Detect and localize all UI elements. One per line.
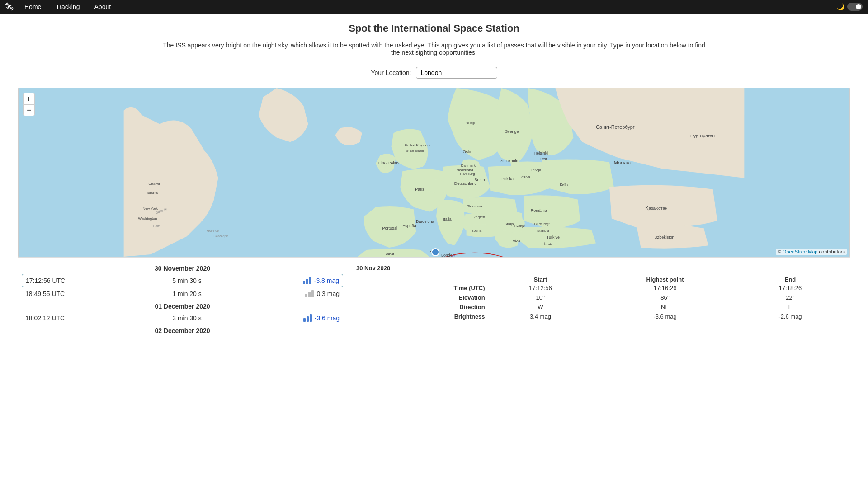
table-row: Direction W NE E (356, 302, 841, 312)
time-end: 17:18:26 (740, 285, 841, 293)
time-highest: 17:16:26 (590, 285, 740, 293)
osm-credit: © OpenStreetMap contributors (776, 249, 847, 255)
pass-time: 17:12:56 UTC (26, 277, 98, 284)
pass-duration: 5 min 30 s (98, 277, 276, 284)
map-svg: Eire / Ireland United Kingdom Great Brit… (19, 88, 849, 257)
col-highest: Highest point (590, 276, 740, 285)
svg-text:Deutschland: Deutschland (454, 181, 477, 186)
elev-highest: 86° (590, 293, 740, 302)
svg-text:Lietuva: Lietuva (519, 175, 530, 179)
svg-text:Burcurești: Burcurești (534, 222, 551, 226)
zoom-in-button[interactable]: + (23, 93, 35, 104)
nav-home[interactable]: Home (17, 0, 48, 14)
date-header-1: 30 November 2020 (18, 262, 347, 274)
elev-end: 22° (740, 293, 841, 302)
svg-text:Golfe de: Golfe de (207, 229, 219, 232)
svg-text:Stockholm: Stockholm (500, 159, 519, 163)
pass-row[interactable]: 18:49:55 UTC 1 min 20 s 0.3 mag (18, 287, 347, 300)
svg-text:Санкт-Петербург: Санкт-Петербург (596, 124, 635, 130)
svg-text:Скопје: Скопје (514, 224, 525, 228)
pass-row[interactable]: 17:12:56 UTC 5 min 30 s -3.8 mag (22, 274, 343, 287)
svg-text:Great Britain: Great Britain (406, 149, 424, 152)
svg-text:España: España (402, 224, 416, 228)
bright-end: -2.6 mag (740, 312, 841, 321)
svg-text:Berlin: Berlin (475, 178, 485, 182)
svg-text:Қазақстан: Қазақстан (645, 206, 667, 211)
moon-icon: 🌙 (837, 3, 844, 10)
svg-text:Hamburg: Hamburg (460, 172, 475, 176)
toggle-switch[interactable] (847, 3, 863, 11)
dir-start: W (491, 302, 591, 312)
svg-text:Gascogne: Gascogne (214, 235, 228, 238)
svg-text:Нур-Султан: Нур-Султан (690, 133, 715, 138)
zoom-out-button[interactable]: − (23, 104, 35, 116)
time-start: 17:12:56 (491, 285, 591, 293)
svg-text:Norge: Norge (466, 121, 476, 125)
svg-text:Uzbekiston: Uzbekiston (654, 235, 674, 239)
svg-text:Barcelona: Barcelona (416, 219, 434, 224)
svg-text:Danmark: Danmark (461, 164, 476, 168)
svg-text:New York: New York (142, 206, 158, 211)
nav-logo: 🛰 (5, 2, 14, 12)
pass-brightness: -3.8 mag (276, 277, 339, 284)
svg-text:Sverige: Sverige (505, 129, 519, 134)
brightness-icon (303, 277, 311, 284)
svg-text:Italia: Italia (443, 217, 452, 221)
brightness-icon (305, 290, 314, 297)
pass-list: 30 November 2020 17:12:56 UTC 5 min 30 s… (18, 258, 347, 341)
pass-time: 18:02:12 UTC (25, 314, 98, 322)
detail-date: 30 Nov 2020 (356, 265, 841, 272)
svg-text:Polska: Polska (501, 177, 514, 181)
dir-highest: NE (590, 302, 740, 312)
map-container[interactable]: + − Eire / Ireland United Kingdom Great … (18, 88, 850, 257)
pass-duration: 1 min 20 s (98, 290, 276, 297)
detail-panel: 30 Nov 2020 Start Highest point End Time… (347, 258, 850, 341)
row-label-brightness: Brightness (356, 312, 491, 321)
dark-mode-toggle[interactable]: 🌙 (837, 3, 863, 11)
location-input[interactable] (416, 67, 497, 79)
svg-text:Москва: Москва (614, 160, 631, 165)
page-subtitle: The ISS appears very bright on the night… (163, 42, 705, 56)
svg-text:Portugal: Portugal (382, 226, 397, 230)
pass-time: 18:49:55 UTC (25, 290, 98, 297)
svg-point-56 (432, 249, 439, 256)
brightness-value: -3.6 mag (315, 314, 340, 322)
col-end: End (740, 276, 841, 285)
svg-text:Bosna: Bosna (472, 229, 482, 233)
brightness-value: 0.3 mag (316, 290, 340, 297)
svg-text:Slovensko: Slovensko (467, 204, 484, 208)
bright-highest: -3.6 mag (590, 312, 740, 321)
svg-text:Eesti: Eesti (540, 157, 548, 161)
bar-3 (309, 277, 311, 284)
location-label: Your Location: (371, 69, 411, 76)
nav-tracking[interactable]: Tracking (48, 0, 87, 14)
brightness-value: -3.8 mag (314, 277, 339, 284)
bar-2 (308, 292, 311, 297)
svg-text:Toronto: Toronto (146, 191, 158, 195)
table-row: Time (UTC) 17:12:56 17:16:26 17:18:26 (356, 285, 841, 293)
svg-text:Helsinki: Helsinki (534, 151, 548, 155)
svg-text:Paris: Paris (415, 187, 425, 192)
lower-section: 30 November 2020 17:12:56 UTC 5 min 30 s… (18, 257, 850, 341)
svg-text:Istanbul: Istanbul (537, 229, 549, 233)
pass-brightness: -3.6 mag (276, 314, 340, 322)
bar-3 (310, 314, 312, 322)
bar-3 (311, 290, 314, 297)
svg-text:Golfe: Golfe (153, 225, 160, 228)
row-label-direction: Direction (356, 302, 491, 312)
nav-about[interactable]: About (87, 0, 118, 14)
pass-duration: 3 min 30 s (98, 314, 276, 322)
svg-text:Zagreb: Zagreb (474, 215, 486, 219)
svg-text:Oslo: Oslo (463, 150, 471, 154)
svg-text:İzmir: İzmir (544, 242, 552, 246)
bar-1 (303, 318, 306, 322)
svg-text:Srbija: Srbija (505, 222, 514, 226)
elev-start: 10° (491, 293, 591, 302)
page-title: Spot the International Space Station (18, 23, 850, 34)
bar-1 (305, 294, 307, 297)
svg-text:Washington: Washington (138, 216, 157, 221)
pass-row[interactable]: 18:02:12 UTC 3 min 30 s -3.6 mag (18, 312, 347, 324)
navbar: 🛰 Home Tracking About 🌙 (0, 0, 868, 14)
map-zoom-controls: + − (23, 93, 35, 116)
date-header-2: 01 December 2020 (18, 300, 347, 312)
